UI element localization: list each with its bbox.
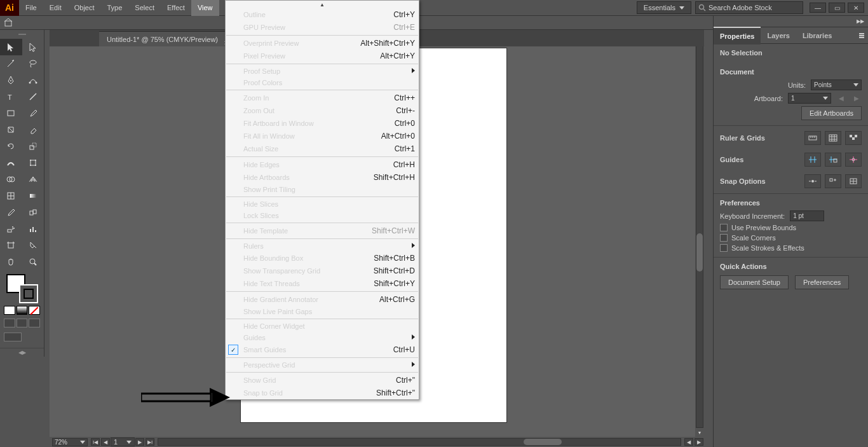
- tab-layers[interactable]: Layers: [761, 27, 796, 44]
- next-artboard[interactable]: ▶: [135, 438, 144, 446]
- home-icon[interactable]: [4, 18, 15, 27]
- transparency-grid-icon[interactable]: [845, 131, 862, 145]
- menu-select[interactable]: Select: [128, 0, 161, 16]
- type-tool[interactable]: T: [0, 88, 22, 105]
- menu-item-hide-artboards[interactable]: Hide ArtboardsShift+Ctrl+H: [226, 171, 419, 184]
- menu-item-show-grid[interactable]: Show GridCtrl+": [226, 374, 419, 387]
- menu-item-hide-edges[interactable]: Hide EdgesCtrl+H: [226, 158, 419, 171]
- menu-item-pixel-preview[interactable]: Pixel PreviewAlt+Ctrl+Y: [226, 50, 419, 62]
- scale-strokes-checkbox[interactable]: [720, 244, 728, 252]
- scroll-down-icon[interactable]: ▼: [695, 428, 704, 437]
- menu-item-fit-artboard-in-window[interactable]: Fit Artboard in WindowCtrl+0: [226, 117, 419, 130]
- menu-item-hide-text-threads[interactable]: Hide Text ThreadsShift+Ctrl+Y: [226, 277, 419, 290]
- scrollbar-thumb[interactable]: [524, 439, 562, 445]
- gradient-tool[interactable]: [22, 188, 44, 204]
- menu-item-hide-gradient-annotator[interactable]: Hide Gradient AnnotatorAlt+Ctrl+G: [226, 293, 419, 306]
- mesh-tool[interactable]: [0, 188, 22, 204]
- smart-guides-icon[interactable]: [845, 153, 862, 167]
- tools-grip[interactable]: [0, 34, 44, 39]
- menu-item-show-live-paint-gaps[interactable]: Show Live Paint Gaps: [226, 306, 419, 317]
- screen-mode[interactable]: [4, 333, 22, 341]
- last-artboard[interactable]: ▶I: [146, 438, 154, 446]
- menu-item-smart-guides[interactable]: ✓Smart GuidesCtrl+U: [226, 343, 419, 356]
- preferences-button[interactable]: Preferences: [795, 275, 849, 289]
- curvature-tool[interactable]: [22, 72, 44, 88]
- free-transform-tool[interactable]: [22, 155, 44, 171]
- scale-tool[interactable]: [22, 138, 44, 155]
- vertical-scrollbar[interactable]: ▲ ▼: [695, 30, 704, 437]
- ruler-icon[interactable]: [804, 131, 821, 145]
- window-close[interactable]: ✕: [848, 3, 864, 13]
- gradient-mode[interactable]: [17, 306, 28, 315]
- symbol-sprayer-tool[interactable]: [0, 221, 22, 237]
- panel-menu-icon[interactable]: [859, 32, 868, 39]
- scrollbar-thumb[interactable]: [696, 233, 703, 272]
- line-tool[interactable]: [22, 88, 44, 105]
- artboard-combo[interactable]: 1: [788, 93, 831, 104]
- menu-item-actual-size[interactable]: Actual SizeCtrl+1: [226, 142, 419, 155]
- eraser-tool[interactable]: [22, 121, 44, 138]
- menu-item-hide-bounding-box[interactable]: Hide Bounding BoxShift+Ctrl+B: [226, 252, 419, 265]
- document-setup-button[interactable]: Document Setup: [720, 275, 789, 289]
- stroke-swatch[interactable]: [19, 284, 38, 303]
- tab-properties[interactable]: Properties: [714, 27, 761, 45]
- keyboard-increment-input[interactable]: 1 pt: [790, 210, 824, 221]
- pen-tool[interactable]: [0, 72, 22, 88]
- menu-item-hide-corner-widget[interactable]: Hide Corner Widget: [226, 320, 419, 332]
- menu-scroll-up-icon[interactable]: ▲: [226, 1, 419, 8]
- blend-tool[interactable]: [22, 204, 44, 221]
- shape-builder-tool[interactable]: [0, 171, 22, 188]
- zoom-tool[interactable]: [22, 254, 44, 270]
- menu-item-snap-to-grid[interactable]: Snap to GridShift+Ctrl+": [226, 387, 419, 399]
- rectangle-tool[interactable]: [0, 105, 22, 121]
- menu-item-zoom-out[interactable]: Zoom OutCtrl+-: [226, 104, 419, 117]
- artboard-tool[interactable]: [0, 237, 22, 254]
- draw-normal[interactable]: [4, 319, 15, 327]
- menu-item-show-transparency-grid[interactable]: Show Transparency GridShift+Ctrl+D: [226, 265, 419, 277]
- artboard-number[interactable]: 1: [111, 437, 135, 446]
- snap-point-icon[interactable]: [804, 174, 821, 188]
- draw-behind[interactable]: [17, 319, 28, 327]
- units-combo[interactable]: Points: [811, 79, 862, 90]
- perspective-grid-tool[interactable]: [22, 171, 44, 188]
- tab-libraries[interactable]: Libraries: [796, 27, 838, 44]
- menu-item-outline[interactable]: OutlineCtrl+Y: [226, 8, 419, 21]
- workspace-switcher[interactable]: Essentials: [637, 1, 691, 14]
- column-graph-tool[interactable]: [22, 221, 44, 237]
- horizontal-scrollbar[interactable]: [158, 438, 681, 446]
- paintbrush-tool[interactable]: [22, 105, 44, 121]
- search-stock-input[interactable]: Search Adobe Stock: [695, 1, 803, 14]
- menu-file[interactable]: File: [19, 0, 43, 16]
- guides-show-icon[interactable]: [804, 153, 821, 167]
- menu-item-proof-setup[interactable]: Proof Setup: [226, 65, 419, 77]
- rotate-tool[interactable]: [0, 138, 22, 155]
- draw-inside[interactable]: [29, 319, 40, 327]
- scale-corners-checkbox[interactable]: [720, 234, 728, 242]
- snap-pixel-icon[interactable]: [845, 174, 862, 188]
- zoom-combo[interactable]: 72%: [52, 438, 88, 446]
- menu-item-fit-all-in-window[interactable]: Fit All in WindowAlt+Ctrl+0: [226, 130, 419, 142]
- lasso-tool[interactable]: [22, 55, 44, 72]
- menu-object[interactable]: Object: [68, 0, 101, 16]
- menu-type[interactable]: Type: [101, 0, 129, 16]
- prev-icon[interactable]: ◀: [836, 95, 846, 102]
- menu-item-hide-slices[interactable]: Hide Slices: [226, 198, 419, 210]
- prev-artboard[interactable]: ◀: [101, 438, 110, 446]
- slice-tool[interactable]: [22, 237, 44, 254]
- menu-item-show-print-tiling[interactable]: Show Print Tiling: [226, 184, 419, 195]
- guides-lock-icon[interactable]: [825, 153, 841, 167]
- first-artboard[interactable]: I◀: [91, 438, 100, 446]
- document-tab[interactable]: Untitled-1* @ 75% (CMYK/Preview)×: [99, 31, 233, 46]
- menu-item-rulers[interactable]: Rulers: [226, 240, 419, 252]
- snap-grid-icon[interactable]: [825, 174, 841, 188]
- direct-selection-tool[interactable]: [22, 39, 44, 55]
- menu-effect[interactable]: Effect: [161, 0, 191, 16]
- eyedropper-tool[interactable]: [0, 204, 22, 221]
- scroll-right-icon[interactable]: ▶: [695, 438, 703, 446]
- grid-icon[interactable]: [825, 131, 841, 145]
- menu-view[interactable]: View: [191, 0, 219, 16]
- edit-artboards-button[interactable]: Edit Artboards: [801, 106, 862, 120]
- hand-tool[interactable]: [0, 254, 22, 270]
- shaper-tool[interactable]: [0, 121, 22, 138]
- menu-item-zoom-in[interactable]: Zoom InCtrl++: [226, 92, 419, 104]
